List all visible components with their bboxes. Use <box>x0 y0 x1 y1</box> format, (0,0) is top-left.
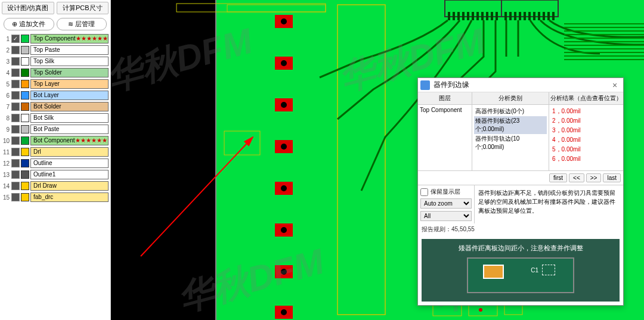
svg-rect-10 <box>462 12 465 20</box>
result-item[interactable]: 1，0.00mil <box>551 107 621 116</box>
layer-color-swatch[interactable] <box>21 35 29 43</box>
layer-row[interactable]: 12Outline <box>2 158 109 169</box>
layer-name-label[interactable]: Bot Layer <box>30 91 109 100</box>
layer-row[interactable]: 4Top Solder <box>2 67 109 78</box>
layer-visibility-checkbox[interactable] <box>11 193 20 201</box>
layer-visibility-checkbox[interactable] <box>11 159 20 167</box>
layer-index: 14 <box>2 183 11 189</box>
layer-row[interactable]: 10Bot Component★★★★★★ <box>2 135 109 146</box>
layer-visibility-checkbox[interactable] <box>11 182 20 190</box>
layer-name-label[interactable]: Drl <box>30 147 109 157</box>
design-view-button[interactable]: 设计图/仿真图 <box>2 2 54 14</box>
dialog-titlebar[interactable]: 器件到边缘 × <box>418 78 623 92</box>
layer-row[interactable]: 15fab_drc <box>2 192 109 203</box>
layer-color-swatch[interactable] <box>21 69 29 77</box>
svg-rect-28 <box>552 12 555 20</box>
layer-visibility-checkbox[interactable] <box>11 80 20 88</box>
keep-display-checkbox[interactable]: 保留显示层 <box>420 188 472 196</box>
result-item[interactable]: 5，0.00mil <box>551 145 621 154</box>
layer-visibility-checkbox[interactable] <box>11 114 20 122</box>
layer-color-swatch[interactable] <box>21 114 29 122</box>
layer-name-label[interactable]: Top Paste <box>30 45 109 55</box>
pager-prev-button[interactable]: << <box>569 173 584 182</box>
layer-name-label[interactable]: Top Solder <box>30 68 109 77</box>
layer-visibility-checkbox[interactable] <box>11 148 20 156</box>
svg-rect-27 <box>547 12 550 20</box>
layer-color-swatch[interactable] <box>21 91 29 100</box>
layer-visibility-checkbox[interactable] <box>11 57 20 66</box>
layer-name-label[interactable]: Bot Component★★★★★★ <box>30 136 109 145</box>
layer-color-swatch[interactable] <box>21 170 29 179</box>
layer-row[interactable]: 7Bot Solder <box>2 101 109 112</box>
layer-visibility-checkbox[interactable] <box>11 170 20 179</box>
keep-display-input[interactable] <box>420 188 428 196</box>
layer-name-label[interactable]: Bot Silk <box>30 113 109 123</box>
pager-next-button[interactable]: >> <box>586 173 602 182</box>
plus-icon: ⊕ <box>12 20 17 27</box>
category-item[interactable]: 器件到导轨边(10个;0.00mil) <box>474 134 547 152</box>
category-item[interactable]: 矮器件到板边(23个;0.00mil) <box>474 116 547 134</box>
layer-name-label[interactable]: Outline <box>30 159 109 168</box>
svg-rect-16 <box>491 12 493 20</box>
svg-rect-18 <box>504 12 507 20</box>
result-item[interactable]: 3，0.00mil <box>551 126 621 135</box>
layer-name-label[interactable]: Bot Solder <box>30 102 109 111</box>
layer-color-swatch[interactable] <box>21 125 29 133</box>
svg-rect-22 <box>524 12 526 20</box>
layer-color-swatch[interactable] <box>21 148 29 156</box>
layer-name-label[interactable]: fab_drc <box>30 192 109 202</box>
layer-color-swatch[interactable] <box>21 57 29 66</box>
layer-name-label[interactable]: Top Component★★★★★★ <box>30 34 109 44</box>
svg-point-51 <box>281 227 287 233</box>
layer-visibility-checkbox[interactable] <box>11 69 20 77</box>
svg-point-47 <box>281 144 287 150</box>
close-icon[interactable]: × <box>609 80 621 90</box>
layer-row[interactable]: 11Drl <box>2 147 109 157</box>
layer-name-label[interactable]: Bot Paste <box>30 125 109 134</box>
layer-name-label[interactable]: Outline1 <box>30 170 109 179</box>
preview-panel: 矮器件距离板边间距小，注意检查并作调整 C1 <box>422 239 620 302</box>
layer-row[interactable]: 14Drl Draw <box>2 181 109 191</box>
filter-select[interactable]: All <box>420 211 472 221</box>
layer-name-label[interactable]: Top Silk <box>30 57 109 66</box>
zoom-select[interactable]: Auto zoom <box>420 198 472 209</box>
layer-visibility-checkbox[interactable] <box>11 46 20 54</box>
layer-visibility-checkbox[interactable] <box>11 91 20 100</box>
layer-visibility-checkbox[interactable] <box>11 136 20 145</box>
layer-name-label[interactable]: Drl Draw <box>30 181 109 191</box>
layer-manager-button[interactable]: ≋层管理 <box>57 18 107 30</box>
svg-point-41 <box>281 18 287 24</box>
result-item[interactable]: 4，0.00mil <box>551 135 621 145</box>
layer-color-swatch[interactable] <box>21 159 29 167</box>
layer-row[interactable]: 2Top Paste <box>2 45 109 55</box>
pager-first-button[interactable]: first <box>549 173 567 182</box>
layer-color-swatch[interactable] <box>21 193 29 201</box>
svg-point-59 <box>479 308 482 312</box>
result-item[interactable]: 6，0.00mil <box>551 154 621 164</box>
layer-color-swatch[interactable] <box>21 182 29 190</box>
category-item[interactable]: 高器件到板边(0个) <box>474 107 547 116</box>
layer-color-swatch[interactable] <box>21 46 29 54</box>
layer-row[interactable]: 5Top Layer <box>2 79 109 89</box>
layer-row[interactable]: 13Outline1 <box>2 169 109 180</box>
layer-visibility-checkbox[interactable] <box>11 102 20 111</box>
pager-last-button[interactable]: last <box>603 173 621 182</box>
layer-cell[interactable]: Top Component <box>418 105 472 170</box>
layer-name-label[interactable]: Top Layer <box>30 79 109 89</box>
layer-color-swatch[interactable] <box>21 80 29 88</box>
layer-visibility-checkbox[interactable] <box>11 125 20 133</box>
layer-row[interactable]: 1Top Component★★★★★★ <box>2 33 109 44</box>
svg-rect-25 <box>538 12 540 20</box>
add-file-button[interactable]: ⊕追加文件 <box>4 18 54 30</box>
result-item[interactable]: 2，0.00mil <box>551 116 621 126</box>
layer-color-swatch[interactable] <box>21 102 29 111</box>
layer-visibility-checkbox[interactable] <box>11 35 20 43</box>
layer-color-swatch[interactable] <box>21 136 29 145</box>
layer-row[interactable]: 6Bot Layer <box>2 90 109 101</box>
layer-index: 1 <box>2 36 11 42</box>
layer-index: 2 <box>2 47 11 54</box>
calc-pcb-button[interactable]: 计算PCB尺寸 <box>57 2 109 14</box>
layer-row[interactable]: 9Bot Paste <box>2 124 109 135</box>
layer-row[interactable]: 3Top Silk <box>2 56 109 67</box>
layer-row[interactable]: 8Bot Silk <box>2 113 109 123</box>
